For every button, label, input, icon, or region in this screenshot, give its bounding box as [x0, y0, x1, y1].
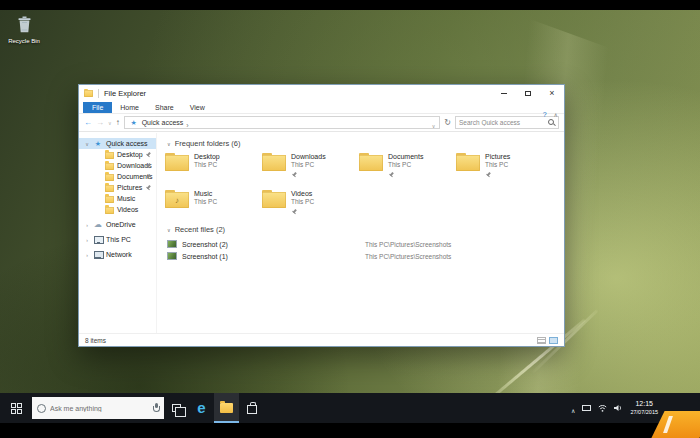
microphone-icon[interactable] [153, 403, 159, 413]
expand-chevron-icon[interactable]: ∨ [84, 141, 90, 147]
pin-icon [291, 171, 297, 177]
explorer-search-input[interactable] [459, 119, 548, 126]
edge-icon [197, 399, 205, 417]
expand-chevron-icon[interactable]: › [84, 222, 90, 228]
computer-icon [93, 236, 103, 244]
title-bar[interactable]: File Explorer [79, 85, 564, 101]
minimize-button[interactable] [492, 85, 516, 101]
sidebar-item-documents[interactable]: Documents [79, 171, 156, 182]
address-box[interactable]: Quick access [124, 116, 441, 129]
pin-icon [145, 163, 151, 169]
show-hidden-icons-button[interactable] [571, 399, 575, 417]
details-view-icon[interactable] [537, 337, 546, 344]
sidebar-item-pictures[interactable]: Pictures [79, 182, 156, 193]
collapse-section-icon[interactable] [167, 139, 171, 148]
sidebar-item-downloads[interactable]: Downloads [79, 160, 156, 171]
star-icon [93, 140, 103, 148]
ribbon-tab-share[interactable]: Share [147, 102, 182, 113]
help-icon[interactable] [543, 103, 547, 121]
folder-icon [105, 207, 114, 214]
ribbon-tab-file[interactable]: File [83, 102, 112, 113]
frequent-folders-label: Frequent folders (6) [175, 139, 241, 148]
ribbon-tab-home[interactable]: Home [112, 102, 147, 113]
display-icon[interactable] [582, 405, 591, 411]
recent-locations-icon[interactable] [108, 119, 112, 127]
taskbar-search-input[interactable] [50, 405, 149, 412]
sidebar-item-music[interactable]: Music [79, 193, 156, 204]
folder-location: This PC [194, 161, 220, 170]
status-bar: 8 items [79, 333, 564, 346]
sidebar-item-label: Desktop [117, 151, 143, 158]
folder-tile-documents[interactable]: DocumentsThis PC [359, 152, 456, 182]
search-icon[interactable] [548, 119, 555, 126]
quick-access-icon [129, 119, 139, 127]
sidebar-item-this-pc[interactable]: ›This PC [79, 234, 156, 245]
sidebar-item-videos[interactable]: Videos [79, 204, 156, 215]
clock-date: 27/07/2015 [630, 409, 658, 416]
window-body: ∨Quick accessDesktopDownloadsDocumentsPi… [79, 133, 564, 333]
recent-files-header[interactable]: Recent files (2) [167, 225, 564, 234]
recent-file-screenshot-2[interactable]: Screenshot (2)This PC\Pictures\Screensho… [167, 238, 564, 250]
edge-button[interactable] [189, 393, 214, 423]
maximize-button[interactable] [516, 85, 540, 101]
start-button[interactable] [0, 393, 32, 423]
folder-icon [105, 174, 114, 181]
file-name: Screenshot (1) [182, 253, 360, 260]
recycle-bin[interactable]: Recycle Bin [6, 16, 42, 44]
large-icons-view-icon[interactable] [549, 337, 558, 344]
folder-icon [220, 403, 233, 413]
back-button[interactable] [84, 119, 92, 127]
sidebar-item-desktop[interactable]: Desktop [79, 149, 156, 160]
file-name: Screenshot (2) [182, 241, 360, 248]
sidebar-item-network[interactable]: ›Network [79, 249, 156, 260]
folder-location: This PC [194, 198, 217, 207]
folder-tile-downloads[interactable]: DownloadsThis PC [262, 152, 359, 182]
network-icon [93, 251, 103, 259]
taskbar: 12:15 27/07/2015 [0, 393, 700, 423]
view-switcher [537, 337, 558, 344]
forward-button[interactable] [96, 119, 104, 127]
sidebar-item-onedrive[interactable]: ›OneDrive [79, 219, 156, 230]
folder-icon [359, 153, 383, 171]
folder-icon [105, 152, 114, 159]
folder-location: This PC [291, 161, 326, 170]
folder-icon: ♪ [165, 190, 189, 208]
breadcrumb[interactable]: Quick access [142, 119, 184, 126]
sidebar-item-quick-access[interactable]: ∨Quick access [79, 138, 156, 149]
folder-location: This PC [388, 161, 423, 170]
taskbar-search [32, 397, 164, 419]
folder-tile-videos[interactable]: VideosThis PC [262, 189, 359, 219]
content-pane: Frequent folders (6) DesktopThis PCDownl… [157, 133, 564, 333]
folder-tile-pictures[interactable]: PicturesThis PC [456, 152, 553, 182]
folder-icon [105, 196, 114, 203]
folder-tile-desktop[interactable]: DesktopThis PC [165, 152, 262, 182]
recent-file-screenshot-1[interactable]: Screenshot (1)This PC\Pictures\Screensho… [167, 250, 564, 262]
collapse-section-icon[interactable] [167, 225, 171, 234]
file-path: This PC\Pictures\Screenshots [365, 241, 451, 248]
ribbon-tab-list: FileHomeShareView [79, 102, 213, 113]
ribbon-tab-view[interactable]: View [182, 102, 213, 113]
store-button[interactable] [239, 393, 264, 423]
maximize-icon [525, 91, 531, 96]
pin-icon [145, 174, 151, 180]
folder-icon [165, 153, 189, 171]
address-dropdown-icon[interactable] [432, 114, 436, 132]
pin-icon [291, 208, 297, 214]
refresh-button[interactable] [444, 119, 451, 127]
expand-chevron-icon[interactable]: › [84, 252, 90, 258]
network-icon[interactable] [598, 404, 607, 412]
recent-files-list: Screenshot (2)This PC\Pictures\Screensho… [167, 238, 564, 262]
task-view-button[interactable] [164, 393, 189, 423]
up-button[interactable] [116, 119, 120, 127]
folder-glyph-icon: ♪ [175, 196, 179, 205]
taskbar-clock[interactable]: 12:15 27/07/2015 [630, 400, 658, 416]
folder-name: Downloads [291, 152, 326, 161]
folder-tile-music[interactable]: ♪MusicThis PC [165, 189, 262, 219]
recent-files-label: Recent files (2) [175, 225, 225, 234]
file-explorer-button[interactable] [214, 393, 239, 423]
frequent-folders-header[interactable]: Frequent folders (6) [167, 139, 564, 148]
breadcrumb-chevron-icon[interactable] [186, 114, 188, 132]
volume-icon[interactable] [614, 404, 623, 412]
close-button[interactable] [540, 85, 564, 101]
expand-chevron-icon[interactable]: › [84, 237, 90, 243]
